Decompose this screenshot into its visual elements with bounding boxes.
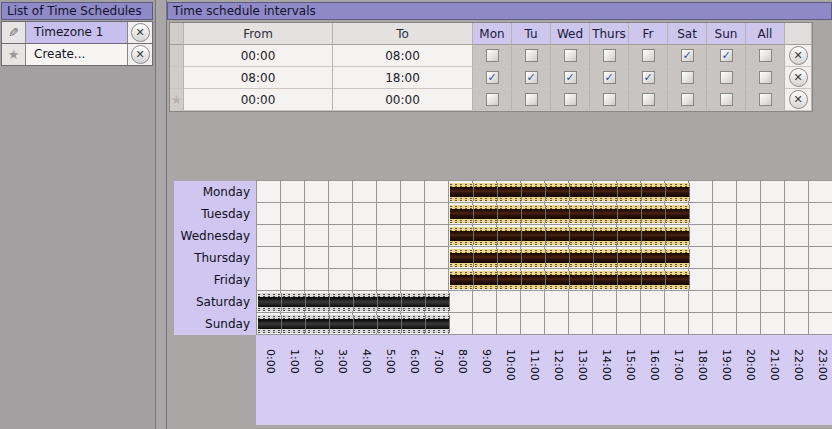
grid-cell[interactable] — [257, 225, 281, 247]
grid-cell[interactable] — [809, 181, 832, 203]
grid-cell[interactable] — [257, 269, 281, 291]
grid-cell[interactable] — [761, 269, 785, 291]
checkbox-sat[interactable]: ✓ — [681, 49, 694, 62]
grid-cell[interactable] — [353, 203, 377, 225]
grid-cell[interactable] — [809, 313, 832, 335]
grid-cell[interactable] — [545, 291, 569, 313]
grid-cell[interactable] — [329, 225, 353, 247]
grid-cell[interactable] — [641, 291, 665, 313]
grid-cell[interactable] — [737, 269, 761, 291]
checkbox-fr[interactable]: ✓ — [642, 93, 655, 106]
grid-cell[interactable] — [281, 269, 305, 291]
grid-cell[interactable] — [761, 291, 785, 313]
grid-cell[interactable] — [305, 247, 329, 269]
grid-cell[interactable] — [761, 313, 785, 335]
to-time-cell[interactable]: 00:00 — [333, 89, 473, 111]
checkbox-tu[interactable]: ✓ — [525, 49, 538, 62]
grid-cell[interactable] — [281, 181, 305, 203]
grid-cell[interactable] — [353, 269, 377, 291]
from-time-cell[interactable]: 08:00 — [184, 67, 333, 89]
grid-cell[interactable] — [689, 225, 713, 247]
grid-cell[interactable] — [257, 181, 281, 203]
grid-cell[interactable] — [305, 225, 329, 247]
grid-cell[interactable] — [713, 203, 737, 225]
grid-cell[interactable] — [689, 247, 713, 269]
checkbox-mon[interactable]: ✓ — [486, 71, 499, 84]
grid-cell[interactable] — [809, 269, 832, 291]
interval-bar-saturday[interactable] — [258, 293, 450, 311]
grid-cell[interactable] — [569, 313, 593, 335]
from-time-cell[interactable]: 00:00 — [184, 45, 333, 67]
grid-cell[interactable] — [281, 247, 305, 269]
checkbox-mon[interactable]: ✓ — [486, 93, 499, 106]
grid-cell[interactable] — [329, 203, 353, 225]
grid-cell[interactable] — [785, 247, 809, 269]
schedule-list-item[interactable]: ✎Timezone 1✕ — [1, 21, 153, 44]
grid-cell[interactable] — [401, 181, 425, 203]
grid-cell[interactable] — [305, 269, 329, 291]
grid-cell[interactable] — [473, 313, 497, 335]
interval-bar-friday[interactable] — [450, 271, 690, 289]
interval-bar-wednesday[interactable] — [450, 227, 690, 245]
to-time-cell[interactable]: 08:00 — [333, 45, 473, 67]
grid-cell[interactable] — [689, 313, 713, 335]
grid-cell[interactable] — [737, 225, 761, 247]
grid-cell[interactable] — [617, 291, 641, 313]
grid-cell[interactable] — [449, 291, 473, 313]
grid-cell[interactable] — [473, 291, 497, 313]
grid-cell[interactable] — [497, 291, 521, 313]
checkbox-wed[interactable]: ✓ — [564, 93, 577, 106]
checkbox-sun[interactable]: ✓ — [720, 93, 733, 106]
from-time-cell[interactable]: 00:00 — [184, 89, 333, 111]
interval-bar-sunday[interactable] — [258, 315, 450, 333]
grid-cell[interactable] — [377, 247, 401, 269]
grid-cell[interactable] — [785, 269, 809, 291]
grid-cell[interactable] — [665, 291, 689, 313]
delete-schedule-button[interactable]: ✕ — [131, 23, 150, 42]
grid-cell[interactable] — [785, 225, 809, 247]
grid-cell[interactable] — [329, 181, 353, 203]
grid-cell[interactable] — [425, 181, 449, 203]
delete-interval-button[interactable]: ✕ — [789, 46, 808, 65]
delete-interval-button[interactable]: ✕ — [789, 68, 808, 87]
checkbox-sat[interactable]: ✓ — [681, 71, 694, 84]
grid-cell[interactable] — [257, 203, 281, 225]
grid-cell[interactable] — [329, 269, 353, 291]
checkbox-sat[interactable]: ✓ — [681, 93, 694, 106]
grid-cell[interactable] — [785, 181, 809, 203]
grid-cell[interactable] — [713, 181, 737, 203]
delete-interval-button[interactable]: ✕ — [789, 90, 808, 109]
grid-cell[interactable] — [353, 181, 377, 203]
interval-bar-tuesday[interactable] — [450, 205, 690, 223]
grid-cell[interactable] — [809, 291, 832, 313]
checkbox-tu[interactable]: ✓ — [525, 93, 538, 106]
grid-cell[interactable] — [761, 181, 785, 203]
checkbox-thurs[interactable]: ✓ — [603, 71, 616, 84]
grid-cell[interactable] — [377, 269, 401, 291]
checkbox-thurs[interactable]: ✓ — [603, 49, 616, 62]
grid-cell[interactable] — [689, 291, 713, 313]
grid-cell[interactable] — [713, 313, 737, 335]
grid-cell[interactable] — [545, 313, 569, 335]
grid-cell[interactable] — [713, 269, 737, 291]
grid-cell[interactable] — [689, 269, 713, 291]
checkbox-thurs[interactable]: ✓ — [603, 93, 616, 106]
grid-cell[interactable] — [761, 247, 785, 269]
grid-cell[interactable] — [785, 313, 809, 335]
checkbox-tu[interactable]: ✓ — [525, 71, 538, 84]
schedule-list-item[interactable]: ★Create...✕ — [1, 43, 153, 66]
checkbox-sun[interactable]: ✓ — [720, 49, 733, 62]
grid-cell[interactable] — [425, 247, 449, 269]
grid-cell[interactable] — [689, 203, 713, 225]
to-time-cell[interactable]: 18:00 — [333, 67, 473, 89]
grid-cell[interactable] — [353, 247, 377, 269]
grid-cell[interactable] — [281, 225, 305, 247]
checkbox-wed[interactable]: ✓ — [564, 49, 577, 62]
grid-cell[interactable] — [401, 247, 425, 269]
grid-cell[interactable] — [641, 313, 665, 335]
grid-cell[interactable] — [761, 225, 785, 247]
checkbox-fr[interactable]: ✓ — [642, 49, 655, 62]
grid-cell[interactable] — [593, 291, 617, 313]
checkbox-all[interactable]: ✓ — [759, 93, 772, 106]
grid-cell[interactable] — [521, 313, 545, 335]
